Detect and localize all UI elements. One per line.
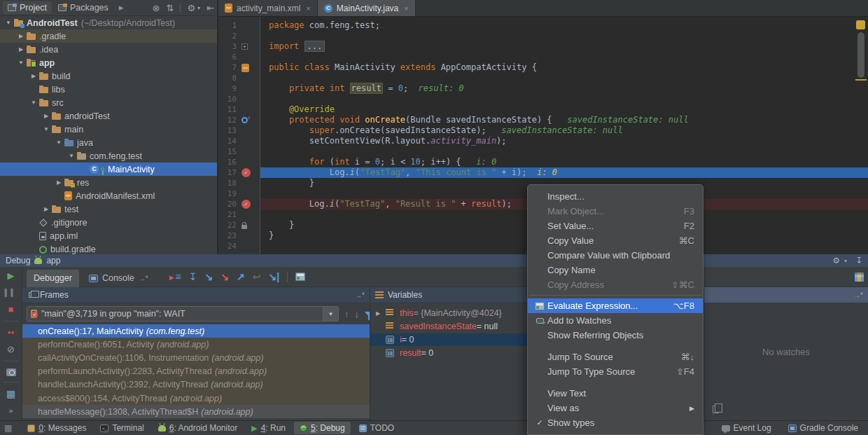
menu-item-show-referring-objects[interactable]: Show Referring Objects [528,328,703,343]
tree-item-androidmanifest-xml[interactable]: AndroidManifest.xml [0,189,217,202]
hide-panel-icon[interactable]: ⇤ [206,3,214,13]
run-to-cursor-icon[interactable]: ↘| [268,271,279,282]
step-into-icon[interactable]: ↘ [204,271,213,282]
code-line[interactable]: import ... [260,41,868,52]
next-frame-icon[interactable]: ↓ [355,309,360,319]
tree-item-build-gradle[interactable]: build.gradle [0,242,217,254]
tab-packages[interactable]: Packages [53,1,113,14]
toolwindow-button-debug[interactable]: 5: Debug [294,422,351,434]
code-line[interactable]: for (int i = 0; i < 10; i++) { i: 0 [260,157,868,167]
step-out-icon[interactable]: ↗ [237,271,245,282]
frame-row[interactable]: onCreate():17, MainActivity(com.feng.tes… [22,324,370,338]
code-line[interactable] [260,94,868,104]
code-line[interactable]: private int result = 0; result: 0 [260,83,868,94]
tab-debugger[interactable]: Debugger [27,270,79,287]
close-tab-icon[interactable]: × [404,4,408,13]
toolwindow-button-android-monitor[interactable]: 6: Android Monitor [153,422,243,434]
code-line[interactable]: setContentView(R.layout.activity_main); [260,136,868,146]
float-window-icon[interactable]: →* [853,291,863,299]
thread-dropdown[interactable]: "main"@3,719 in group "main": WAIT ▼ [27,306,339,322]
menu-item-inspect[interactable]: Inspect... [528,189,703,204]
code-line[interactable] [260,146,868,157]
tab-console[interactable]: Console→* [82,270,155,287]
tree-item-app-iml[interactable]: app.iml [0,229,217,242]
menu-item-add-to-watches[interactable]: Add to Watches [528,313,703,328]
tree-item-gradle[interactable]: ▶.gradle [0,29,217,43]
tree-item-app[interactable]: ▼app [0,56,217,69]
menu-item-copy-name[interactable]: Copy Name [528,263,703,277]
force-step-into-icon[interactable]: ↘ [220,271,229,282]
toolwindow-button-todo[interactable]: TODO [354,422,400,434]
frame-row[interactable]: performCreate():6051, Activity(android.a… [22,338,370,351]
tool-window-switcher-icon[interactable]: ▦ [4,423,12,433]
tree-item-idea[interactable]: ▶.idea [0,43,217,56]
tree-expand-arrow-icon[interactable]: ▶ [28,73,39,79]
drop-frame-icon[interactable]: ↩ [253,271,261,282]
tree-expand-arrow-icon[interactable]: ▶ [41,206,52,212]
menu-item-evaluate-expression[interactable]: Evaluate Expression...⌥F8 [528,298,703,313]
tree-item-libs[interactable]: libs [0,83,217,96]
menu-item-copy-value[interactable]: Copy Value⌘C [528,233,703,248]
tree-expand-arrow-icon[interactable]: ▶ [376,310,386,317]
tab-project[interactable]: Project [3,1,52,14]
editor-tab-activity-main-xml[interactable]: activity_main.xml× [218,0,318,16]
tree-expand-arrow-icon[interactable]: ▶ [41,113,52,119]
menu-item-view-text[interactable]: View Text [528,386,703,401]
inspection-indicator-icon[interactable] [856,20,865,29]
tree-item-build[interactable]: ▶build [0,69,217,83]
tree-item-com-feng-test[interactable]: ▼com.feng.test [0,149,217,163]
code-line[interactable]: public class MainActivity extends AppCom… [260,62,868,73]
hide-icon[interactable]: ↧ [855,256,862,265]
copy-icon[interactable] [713,406,719,413]
menu-item-jump-to-type-source[interactable]: Jump To Type Source⇧F4 [528,364,703,379]
resume-icon[interactable]: ▶ [8,270,15,282]
tree-expand-arrow-icon[interactable]: ▼ [53,139,64,146]
previous-frame-icon[interactable]: ↑ [344,309,349,319]
tree-expand-arrow-icon[interactable]: ▼ [66,153,77,159]
threads-view-icon[interactable] [855,272,864,282]
tree-expand-arrow-icon[interactable]: ▼ [41,126,52,132]
close-tab-icon[interactable]: × [306,4,310,13]
code-line[interactable] [260,52,868,62]
frame-row[interactable]: access$800():154, ActivityThread(android… [22,392,370,405]
menu-item-set-value[interactable]: Set Value...F2 [528,219,703,233]
view-breakpoints-icon[interactable]: ●● [8,327,15,338]
tree-expand-arrow-icon[interactable]: ▶ [15,33,27,39]
menu-item-view-as[interactable]: View as▶ [528,401,703,415]
tree-expand-arrow-icon[interactable]: ▶ [15,46,27,53]
float-window-icon[interactable]: →* [139,275,148,282]
more-icon[interactable]: » [8,405,13,416]
frame-row[interactable]: callActivityOnCreate():1106, Instrumenta… [22,351,370,364]
stop-icon[interactable]: ■ [8,304,14,315]
tree-item-androidtest[interactable]: ▼AndroidTest (~/Desktop/AndroidTest) [0,16,217,29]
tree-item-res[interactable]: ▶res [0,176,217,189]
frame-row[interactable]: performLaunchActivity():2283, ActivityTh… [22,365,370,378]
dropdown-arrow-icon[interactable]: ▼ [323,307,338,321]
restore-layout-icon[interactable]: ▦ [6,388,15,399]
code-line[interactable]: package com.feng.test; [260,20,868,31]
evaluate-expression-icon[interactable] [295,272,305,281]
header-expand-arrow-icon[interactable]: ▶ [115,4,128,11]
code-line[interactable]: @Override [260,104,868,115]
frame-row[interactable]: handleLaunchActivity():2392, ActivityThr… [22,378,370,392]
tree-item-test[interactable]: ▶test [0,202,217,216]
code-line[interactable]: Log.i("TestTag", "This count is " + i); … [260,167,868,178]
tree-item-mainactivity[interactable]: MainActivity [0,163,217,176]
tree-expand-arrow-icon[interactable]: ▶ [53,179,64,186]
toolwindow-button-terminal[interactable]: Terminal [94,422,149,434]
menu-item-jump-to-source[interactable]: Jump To Source⌘↓ [528,350,703,364]
step-over-icon[interactable]: ↧ [189,271,197,282]
code-line[interactable]: protected void onCreate(Bundle savedInst… [260,115,868,125]
frame-row[interactable]: handleMessage():1308, ActivityThread$H(a… [22,405,370,418]
tree-item-gitignore[interactable]: .gitignore [0,216,217,229]
statusbar-gradle-console[interactable]: Gradle Console [783,422,864,434]
mute-breakpoints-icon[interactable]: ⊘ [7,344,15,355]
tree-item-java[interactable]: ▼java [0,136,217,149]
settings-icon[interactable]: ⚙ [832,256,840,265]
tree-item-src[interactable]: ▼src [0,96,217,109]
breakpoint-icon[interactable] [241,168,251,177]
tree-item-androidtest[interactable]: ▶androidTest [0,109,217,123]
code-line[interactable]: super.onCreate(savedInstanceState); save… [260,125,868,136]
thread-dump-icon[interactable] [6,368,16,376]
toolwindow-button-messages[interactable]: 0: Messages [22,422,92,434]
